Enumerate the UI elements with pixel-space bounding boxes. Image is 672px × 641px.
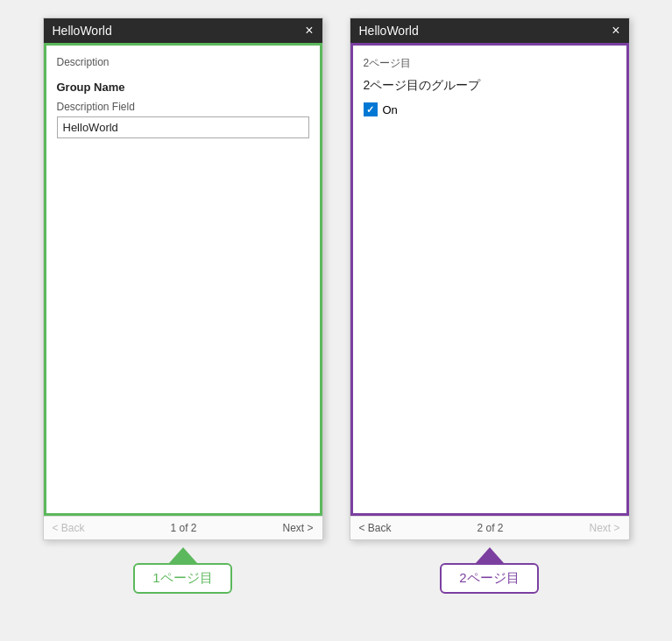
footer-page2: < Back 2 of 2 Next > <box>350 516 629 539</box>
page-indicator-page1: 1 of 2 <box>170 522 196 534</box>
callout2-box: 2ページ目 <box>440 563 538 594</box>
close-button-page1[interactable]: × <box>305 24 313 38</box>
back-button-page2[interactable]: < Back <box>359 522 392 534</box>
dialog-page1: HelloWorld × Description Group Name Desc… <box>43 18 323 540</box>
titlebar-page1: HelloWorld × <box>44 18 322 43</box>
checkbox-label-on: On <box>383 103 398 116</box>
checkbox-on[interactable] <box>364 102 378 116</box>
body-page2: 2ページ目 2ページ目のグループ On <box>350 43 629 516</box>
next-button-page2[interactable]: Next > <box>589 522 619 534</box>
callout2-wrapper: 2ページ目 <box>440 547 538 594</box>
desc-field-label: Description Field <box>57 101 309 113</box>
panel1-wrapper: HelloWorld × Description Group Name Desc… <box>43 18 323 594</box>
callout1-box: 1ページ目 <box>133 563 231 594</box>
desc-field-input[interactable] <box>57 116 309 138</box>
group-name-page2: 2ページ目のグループ <box>364 78 616 94</box>
close-button-page2[interactable]: × <box>612 24 619 38</box>
callout1-wrapper: 1ページ目 <box>133 547 231 594</box>
checkbox-row-page2: On <box>364 102 616 116</box>
panel2-wrapper: HelloWorld × 2ページ目 2ページ目のグループ On < Back … <box>350 18 630 594</box>
page-indicator-page2: 2 of 2 <box>477 522 503 534</box>
next-button-page1[interactable]: Next > <box>282 522 313 534</box>
callout2-arrow-up <box>476 547 504 563</box>
description-label: Description <box>57 56 309 68</box>
footer-page1: < Back 1 of 2 Next > <box>44 516 322 539</box>
group-name-label: Group Name <box>57 81 309 94</box>
back-button-page1[interactable]: < Back <box>53 522 85 534</box>
dialog-page2: HelloWorld × 2ページ目 2ページ目のグループ On < Back … <box>350 18 630 540</box>
title-page1: HelloWorld <box>53 24 112 38</box>
section-label-page2: 2ページ目 <box>364 56 616 71</box>
callout1-arrow-up <box>169 547 197 563</box>
body-page1: Description Group Name Description Field <box>44 43 322 516</box>
title-page2: HelloWorld <box>359 24 419 38</box>
titlebar-page2: HelloWorld × <box>350 18 629 43</box>
